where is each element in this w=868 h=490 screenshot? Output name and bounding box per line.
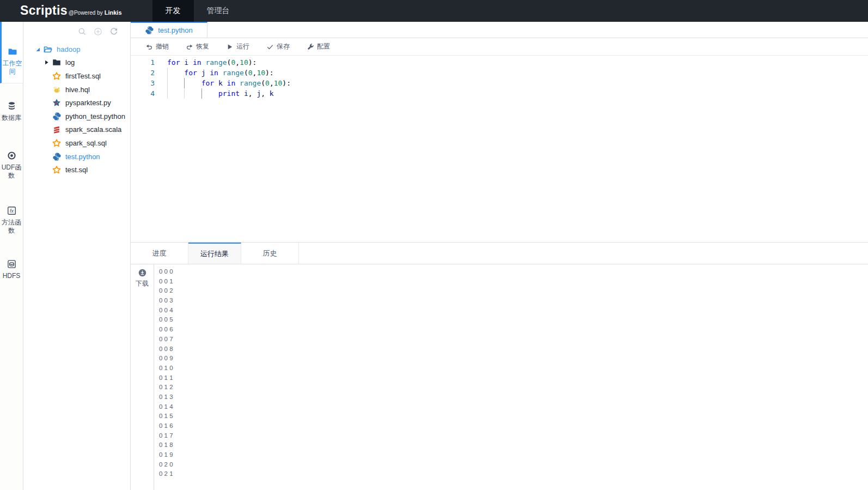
sidebar-item-database[interactable]: 数据库 [0, 101, 23, 122]
line-number-gutter: 1234 [131, 56, 162, 242]
bottom-tab-result[interactable]: 运行结果 [188, 243, 241, 264]
file-tree-panel: hadoop log firstTest.sql hive.hql pyspar… [23, 22, 131, 490]
plus-circle-icon[interactable] [94, 27, 102, 36]
bottom-tabstrip: 进度运行结果历史 [131, 242, 868, 264]
search-icon[interactable] [78, 27, 87, 36]
folder-open-icon [43, 45, 53, 54]
powered-brand: Linkis [105, 9, 122, 16]
editor-tab-test-python[interactable]: test.python [131, 22, 207, 38]
output-line: 0 1 4 [159, 402, 868, 412]
topbar: Scriptis @Powered by Linkis 开发管理台 [0, 0, 868, 22]
hive-icon [52, 85, 62, 94]
download-button[interactable]: 下载 [136, 269, 149, 288]
config-button[interactable]: 配置 [307, 42, 330, 51]
topbar-tab-develop[interactable]: 开发 [152, 0, 194, 22]
tree-item-test.sql[interactable]: test.sql [23, 163, 130, 177]
caret-spacer [43, 126, 50, 132]
app-logo: Scriptis @Powered by Linkis [20, 3, 122, 18]
tree-item-firstTest.sql[interactable]: firstTest.sql [23, 69, 130, 83]
tree-item-label: hive.hql [65, 86, 90, 94]
tree-item-hadoop[interactable]: hadoop [23, 43, 130, 56]
tree-item-log[interactable]: log [23, 56, 130, 70]
output-lines: 0 0 00 0 10 0 20 0 30 0 40 0 50 0 60 0 7… [154, 264, 868, 490]
sidebar-item-udf[interactable]: UDF函数 [0, 151, 23, 180]
udf-target-icon [7, 151, 16, 160]
caret-spacer [43, 73, 50, 79]
main-layout: 工作空间 数据库 UDF函数 fx 方法函数 HDFS hadoop log f… [0, 22, 868, 490]
result-side-toolbar: 下载 [131, 264, 154, 490]
output-line: 0 0 4 [159, 306, 868, 316]
code-line: for i in range(0,10): [167, 57, 868, 68]
sql-star-icon [52, 138, 62, 148]
redo-button[interactable]: 恢复 [186, 42, 209, 51]
run-button-label: 运行 [236, 42, 249, 51]
code-content[interactable]: for i in range(0,10): for j in range(0,1… [162, 56, 868, 242]
bottom-tab-progress[interactable]: 进度 [131, 243, 188, 264]
activity-sidebar: 工作空间 数据库 UDF函数 fx 方法函数 HDFS [0, 22, 23, 490]
line-number: 3 [131, 78, 155, 88]
workspace-folder-icon [8, 47, 17, 56]
tree-item-label: test.sql [65, 166, 88, 174]
tree-item-hive.hql[interactable]: hive.hql [23, 83, 130, 96]
tree-item-python_test.python[interactable]: python_test.python [23, 110, 130, 123]
download-icon [138, 269, 146, 277]
editor-toolbar: 撤销 恢复 运行 保存 配置 [131, 38, 868, 56]
sidebar-item-functions[interactable]: fx 方法函数 [0, 206, 23, 235]
hdfs-icon [7, 259, 16, 269]
python-icon [52, 112, 62, 121]
code-editor[interactable]: 1234 for i in range(0,10): for j in rang… [131, 56, 868, 242]
sql-star-icon [52, 165, 62, 174]
config-icon [307, 43, 314, 51]
bottom-tab-history[interactable]: 历史 [241, 243, 299, 264]
tree-item-label: hadoop [57, 45, 80, 53]
python-icon [52, 152, 62, 161]
tree-item-spark_scala.scala[interactable]: spark_scala.scala [23, 123, 130, 137]
output-line: 0 0 1 [159, 277, 868, 287]
powered-by-text: @Powered by [69, 10, 103, 16]
save-button[interactable]: 保存 [266, 42, 290, 51]
download-label: 下载 [136, 279, 149, 288]
caret-spacer [43, 100, 50, 106]
line-number: 2 [131, 68, 155, 78]
config-button-label: 配置 [317, 42, 330, 51]
sidebar-item-label: 工作空间 [2, 59, 23, 76]
undo-button-label: 撤销 [156, 42, 169, 51]
caret-spacer [43, 154, 50, 160]
bottom-panel: 进度运行结果历史 下载 0 0 00 0 10 0 20 0 30 0 40 0… [131, 242, 868, 490]
topbar-nav: 开发管理台 [152, 0, 243, 22]
svg-text:fx: fx [9, 208, 14, 214]
refresh-icon[interactable] [109, 27, 118, 36]
caret-expanded-icon[interactable] [34, 46, 41, 52]
tree-item-label: test.python [65, 153, 100, 161]
sql-star-icon [52, 71, 62, 81]
code-line: for j in range(0,10): [167, 68, 868, 78]
code-line: print i, j, k [167, 88, 868, 99]
output-line: 0 0 7 [159, 335, 868, 344]
topbar-tab-console[interactable]: 管理台 [194, 0, 243, 22]
caret-spacer [43, 140, 50, 146]
editor-area: test.python 撤销 恢复 运行 保存 配置 1234 for i in… [131, 22, 868, 490]
tree-item-label: log [65, 58, 75, 66]
save-icon [266, 43, 274, 51]
tree-item-label: python_test.python [65, 112, 125, 120]
redo-icon [186, 43, 193, 51]
tree-item-pysparktest.py[interactable]: pysparktest.py [23, 96, 130, 110]
run-button[interactable]: 运行 [226, 42, 249, 51]
undo-button[interactable]: 撤销 [145, 42, 169, 51]
file-tree: hadoop log firstTest.sql hive.hql pyspar… [23, 41, 130, 177]
pyspark-star-icon [52, 98, 62, 107]
caret-spacer [43, 113, 50, 119]
indent-guide [167, 68, 168, 78]
caret-collapsed-icon[interactable] [43, 59, 50, 65]
tree-item-test.python[interactable]: test.python [23, 150, 130, 164]
tree-item-label: spark_scala.scala [65, 125, 121, 134]
code-line: for k in range(0,10): [167, 78, 868, 88]
tree-item-label: firstTest.sql [65, 72, 101, 80]
indent-guide [184, 88, 185, 99]
sidebar-item-hdfs[interactable]: HDFS [0, 259, 23, 280]
tree-item-spark_sql.sql[interactable]: spark_sql.sql [23, 136, 130, 150]
sidebar-item-workspace[interactable]: 工作空间 [0, 22, 23, 83]
output-line: 0 1 9 [159, 450, 868, 460]
tree-item-label: pysparktest.py [65, 99, 111, 107]
tree-toolbar [23, 22, 130, 41]
